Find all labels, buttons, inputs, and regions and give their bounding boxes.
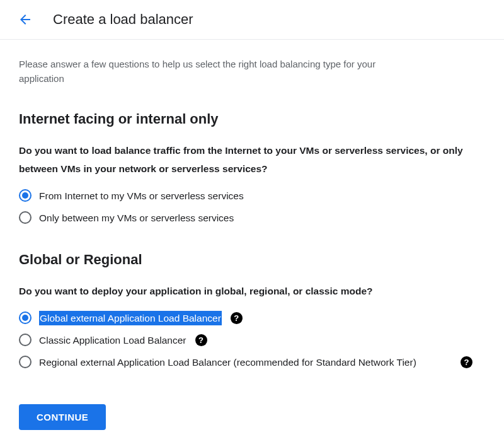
continue-button[interactable]: Continue [19, 404, 106, 430]
radio-label: Classic Application Load Balancer [39, 333, 186, 347]
radio-label: Only between my VMs or serverless servic… [39, 211, 234, 225]
help-icon[interactable]: ? [195, 334, 207, 346]
content-area: Please answer a few questions to help us… [0, 40, 504, 442]
page-header: Create a load balancer [0, 0, 504, 40]
back-arrow-icon[interactable] [18, 12, 33, 27]
radio-icon [19, 311, 32, 324]
radio-group-scope: Global external Application Load Balance… [19, 311, 485, 378]
page-title: Create a load balancer [53, 11, 193, 28]
radio-option-internal-only[interactable]: Only between my VMs or serverless servic… [19, 211, 485, 225]
radio-option-classic[interactable]: Classic Application Load Balancer [19, 333, 186, 347]
help-icon[interactable]: ? [231, 312, 243, 324]
radio-option-regional[interactable]: Regional external Application Load Balan… [19, 355, 416, 369]
radio-label: From Internet to my VMs or serverless se… [39, 189, 244, 203]
intro-description: Please answer a few questions to help us… [19, 57, 422, 86]
radio-option-from-internet[interactable]: From Internet to my VMs or serverless se… [19, 189, 485, 203]
radio-icon [19, 356, 32, 368]
radio-label: Global external Application Load Balance… [39, 311, 222, 325]
radio-icon [19, 211, 32, 224]
radio-icon [19, 189, 32, 202]
help-icon[interactable]: ? [461, 356, 472, 368]
section-internet-title: Internet facing or internal only [19, 111, 485, 127]
radio-option-global[interactable]: Global external Application Load Balance… [19, 311, 222, 325]
section-scope-title: Global or Regional [19, 252, 485, 268]
radio-icon [19, 334, 32, 346]
radio-label: Regional external Application Load Balan… [39, 355, 416, 369]
section-scope-question: Do you want to deploy your application i… [19, 282, 472, 300]
section-internet-question: Do you want to load balance traffic from… [19, 141, 472, 178]
radio-group-internet: From Internet to my VMs or serverless se… [19, 189, 485, 226]
